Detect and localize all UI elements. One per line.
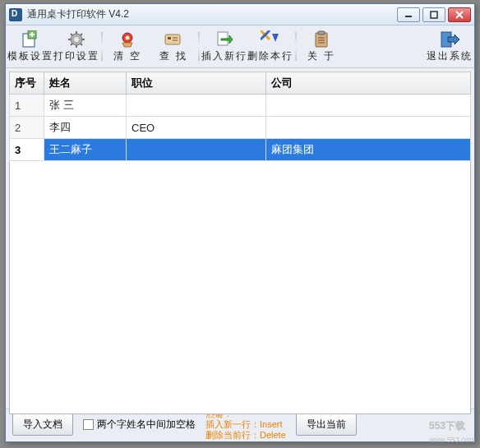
- content-area: 序号 姓名 职位 公司 1张 三2李四CEO3王二麻子麻团集团: [6, 68, 474, 409]
- clear-button[interactable]: 清 空: [104, 27, 150, 66]
- clear-icon: [118, 30, 137, 49]
- toolbar-separator: [101, 32, 103, 61]
- col-company[interactable]: 公司: [266, 72, 471, 95]
- cell-name[interactable]: 李四: [44, 117, 127, 139]
- template-settings-button[interactable]: 模板设置: [7, 27, 53, 66]
- find-button[interactable]: 查 找: [150, 27, 196, 66]
- cell-position[interactable]: [127, 95, 266, 117]
- delete-icon: [261, 30, 280, 49]
- gear-icon: [67, 30, 86, 49]
- table-row[interactable]: 3王二麻子麻团集团: [10, 139, 471, 161]
- about-button[interactable]: 关 于: [298, 27, 344, 66]
- svg-rect-21: [168, 37, 171, 39]
- svg-line-16: [81, 34, 82, 35]
- toolbar: 模板设置 打印设置 清 空 查 找 插入新行: [6, 25, 474, 68]
- cell-seq[interactable]: 1: [10, 95, 44, 117]
- cell-position[interactable]: CEO: [127, 117, 266, 139]
- template-icon: [21, 30, 40, 49]
- checkbox-label: 两个字姓名中间加空格: [97, 418, 196, 432]
- cell-company[interactable]: [266, 117, 471, 139]
- cell-position[interactable]: [127, 139, 266, 161]
- cell-company[interactable]: [266, 95, 471, 117]
- toolbar-separator: [198, 32, 200, 61]
- exit-icon: [440, 30, 459, 49]
- titlebar: 通用桌卡打印软件 V4.2: [6, 4, 474, 25]
- toolbar-separator: [295, 32, 297, 61]
- maximize-icon: [430, 11, 438, 19]
- svg-line-15: [81, 44, 82, 45]
- table-row[interactable]: 2李四CEO: [10, 117, 471, 139]
- clipboard-icon: [312, 30, 331, 49]
- data-table[interactable]: 序号 姓名 职位 公司 1张 三2李四CEO3王二麻子麻团集团: [9, 72, 471, 161]
- window-title: 通用桌卡打印软件 V4.2: [27, 7, 397, 21]
- svg-rect-26: [318, 31, 325, 35]
- print-settings-button[interactable]: 打印设置: [53, 27, 99, 66]
- cell-company[interactable]: 麻团集团: [266, 139, 471, 161]
- app-window: 通用桌卡打印软件 V4.2 模板设置 打印设置: [5, 3, 475, 442]
- svg-rect-20: [165, 35, 180, 44]
- maximize-button[interactable]: [422, 7, 445, 22]
- svg-point-19: [126, 36, 130, 40]
- window-controls: [397, 7, 471, 22]
- cell-seq[interactable]: 3: [10, 139, 44, 161]
- cell-seq[interactable]: 2: [10, 117, 44, 139]
- space-name-checkbox-wrap[interactable]: 两个字姓名中间加空格: [83, 418, 196, 432]
- import-button[interactable]: 导入文档: [12, 413, 73, 436]
- export-button[interactable]: 导出当前: [296, 413, 357, 436]
- insert-icon: [215, 30, 234, 49]
- find-icon: [164, 30, 183, 49]
- delete-row-button[interactable]: 删除本行: [247, 27, 293, 66]
- insert-row-button[interactable]: 插入新行: [201, 27, 247, 66]
- close-icon: [455, 11, 464, 19]
- col-position[interactable]: 职位: [127, 72, 266, 95]
- close-button[interactable]: [448, 7, 471, 22]
- svg-line-17: [71, 44, 72, 45]
- svg-line-14: [71, 34, 72, 35]
- exit-button[interactable]: 退出系统: [427, 27, 473, 66]
- table-row[interactable]: 1张 三: [10, 95, 471, 117]
- svg-rect-1: [431, 12, 437, 18]
- table-header-row: 序号 姓名 职位 公司: [10, 72, 471, 95]
- app-icon: [9, 8, 22, 21]
- checkbox-icon[interactable]: [83, 419, 94, 430]
- col-seq[interactable]: 序号: [10, 72, 44, 95]
- cell-name[interactable]: 王二麻子: [44, 139, 127, 161]
- table-empty-area[interactable]: [9, 161, 471, 414]
- minimize-button[interactable]: [397, 7, 420, 22]
- minimize-icon: [404, 12, 413, 18]
- svg-point-9: [74, 37, 79, 42]
- cell-name[interactable]: 张 三: [44, 95, 127, 117]
- col-name[interactable]: 姓名: [44, 72, 127, 95]
